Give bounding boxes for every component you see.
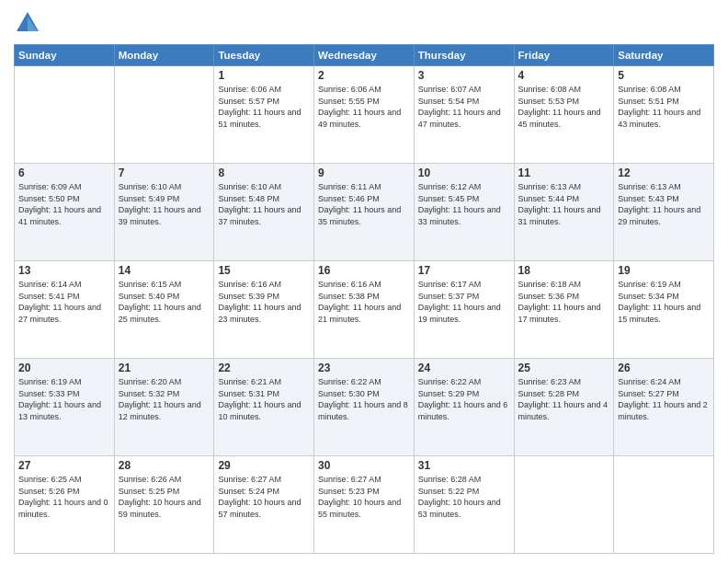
calendar-cell: 17Sunrise: 6:17 AMSunset: 5:37 PMDayligh… [414, 261, 514, 359]
day-info: Sunrise: 6:07 AMSunset: 5:54 PMDaylight:… [418, 84, 510, 130]
day-number: 23 [318, 362, 410, 374]
calendar-cell: 2Sunrise: 6:06 AMSunset: 5:55 PMDaylight… [314, 66, 415, 164]
calendar-cell: 22Sunrise: 6:21 AMSunset: 5:31 PMDayligh… [214, 359, 314, 456]
day-number: 25 [518, 362, 610, 374]
calendar-week-row: 13Sunrise: 6:14 AMSunset: 5:41 PMDayligh… [15, 261, 714, 359]
day-number: 22 [218, 362, 310, 374]
day-number: 29 [218, 459, 310, 472]
calendar-week-row: 20Sunrise: 6:19 AMSunset: 5:33 PMDayligh… [15, 359, 714, 456]
day-number: 28 [119, 459, 210, 472]
calendar-cell [614, 456, 714, 554]
day-number: 21 [119, 362, 210, 374]
calendar-table: SundayMondayTuesdayWednesdayThursdayFrid… [14, 44, 714, 554]
day-info: Sunrise: 6:17 AMSunset: 5:37 PMDaylight:… [418, 279, 510, 325]
calendar-header-row: SundayMondayTuesdayWednesdayThursdayFrid… [15, 45, 714, 66]
day-info: Sunrise: 6:06 AMSunset: 5:57 PMDaylight:… [218, 84, 310, 130]
calendar-cell: 8Sunrise: 6:10 AMSunset: 5:48 PMDaylight… [214, 164, 314, 261]
day-number: 13 [18, 264, 110, 277]
calendar-cell: 14Sunrise: 6:15 AMSunset: 5:40 PMDayligh… [114, 261, 214, 359]
day-info: Sunrise: 6:15 AMSunset: 5:40 PMDaylight:… [119, 279, 210, 325]
day-info: Sunrise: 6:23 AMSunset: 5:28 PMDaylight:… [518, 376, 610, 422]
calendar-week-row: 1Sunrise: 6:06 AMSunset: 5:57 PMDaylight… [15, 66, 714, 164]
calendar-cell: 30Sunrise: 6:27 AMSunset: 5:23 PMDayligh… [314, 456, 415, 554]
day-info: Sunrise: 6:10 AMSunset: 5:48 PMDaylight:… [218, 181, 310, 227]
day-number: 4 [518, 69, 610, 82]
logo-icon [14, 9, 41, 37]
calendar-cell: 10Sunrise: 6:12 AMSunset: 5:45 PMDayligh… [414, 164, 514, 261]
day-number: 24 [418, 362, 510, 374]
calendar-cell: 29Sunrise: 6:27 AMSunset: 5:24 PMDayligh… [214, 456, 314, 554]
day-info: Sunrise: 6:08 AMSunset: 5:51 PMDaylight:… [618, 84, 710, 130]
day-number: 8 [218, 167, 310, 179]
day-info: Sunrise: 6:09 AMSunset: 5:50 PMDaylight:… [18, 181, 110, 227]
day-number: 2 [318, 69, 410, 82]
calendar-cell [15, 66, 115, 164]
day-info: Sunrise: 6:16 AMSunset: 5:38 PMDaylight:… [318, 279, 410, 325]
day-number: 11 [518, 167, 610, 179]
day-info: Sunrise: 6:14 AMSunset: 5:41 PMDaylight:… [18, 279, 110, 325]
calendar-cell: 24Sunrise: 6:22 AMSunset: 5:29 PMDayligh… [414, 359, 514, 456]
calendar-day-header: Sunday [15, 45, 115, 66]
calendar-day-header: Monday [114, 45, 214, 66]
day-info: Sunrise: 6:13 AMSunset: 5:44 PMDaylight:… [518, 181, 610, 227]
day-number: 27 [18, 459, 110, 472]
day-number: 6 [18, 167, 110, 179]
calendar-cell: 28Sunrise: 6:26 AMSunset: 5:25 PMDayligh… [114, 456, 214, 554]
day-info: Sunrise: 6:26 AMSunset: 5:25 PMDaylight:… [119, 474, 210, 520]
calendar-cell: 31Sunrise: 6:28 AMSunset: 5:22 PMDayligh… [414, 456, 514, 554]
day-number: 31 [418, 459, 510, 472]
day-info: Sunrise: 6:24 AMSunset: 5:27 PMDaylight:… [618, 376, 710, 422]
day-info: Sunrise: 6:20 AMSunset: 5:32 PMDaylight:… [119, 376, 210, 422]
day-number: 30 [318, 459, 410, 472]
calendar-cell: 9Sunrise: 6:11 AMSunset: 5:46 PMDaylight… [314, 164, 415, 261]
day-info: Sunrise: 6:22 AMSunset: 5:30 PMDaylight:… [318, 376, 410, 422]
day-info: Sunrise: 6:08 AMSunset: 5:53 PMDaylight:… [518, 84, 610, 130]
day-number: 16 [318, 264, 410, 277]
day-info: Sunrise: 6:22 AMSunset: 5:29 PMDaylight:… [418, 376, 510, 422]
calendar-week-row: 6Sunrise: 6:09 AMSunset: 5:50 PMDaylight… [15, 164, 714, 261]
day-info: Sunrise: 6:12 AMSunset: 5:45 PMDaylight:… [418, 181, 510, 227]
day-info: Sunrise: 6:27 AMSunset: 5:23 PMDaylight:… [318, 474, 410, 520]
calendar-cell: 4Sunrise: 6:08 AMSunset: 5:53 PMDaylight… [514, 66, 614, 164]
day-info: Sunrise: 6:27 AMSunset: 5:24 PMDaylight:… [218, 474, 310, 520]
calendar-day-header: Wednesday [314, 45, 415, 66]
calendar-cell: 3Sunrise: 6:07 AMSunset: 5:54 PMDaylight… [414, 66, 514, 164]
day-number: 19 [618, 264, 710, 277]
day-info: Sunrise: 6:16 AMSunset: 5:39 PMDaylight:… [218, 279, 310, 325]
day-number: 7 [119, 167, 210, 179]
calendar-cell: 1Sunrise: 6:06 AMSunset: 5:57 PMDaylight… [214, 66, 314, 164]
calendar-cell: 23Sunrise: 6:22 AMSunset: 5:30 PMDayligh… [314, 359, 415, 456]
calendar-cell: 13Sunrise: 6:14 AMSunset: 5:41 PMDayligh… [15, 261, 115, 359]
calendar-cell: 16Sunrise: 6:16 AMSunset: 5:38 PMDayligh… [314, 261, 415, 359]
calendar-cell: 5Sunrise: 6:08 AMSunset: 5:51 PMDaylight… [614, 66, 714, 164]
day-number: 3 [418, 69, 510, 82]
header [14, 9, 714, 37]
calendar-day-header: Thursday [414, 45, 514, 66]
page: SundayMondayTuesdayWednesdayThursdayFrid… [0, 0, 728, 563]
calendar-cell: 11Sunrise: 6:13 AMSunset: 5:44 PMDayligh… [514, 164, 614, 261]
calendar-cell: 25Sunrise: 6:23 AMSunset: 5:28 PMDayligh… [514, 359, 614, 456]
day-number: 20 [18, 362, 110, 374]
day-number: 12 [618, 167, 710, 179]
day-number: 18 [518, 264, 610, 277]
calendar-cell: 27Sunrise: 6:25 AMSunset: 5:26 PMDayligh… [15, 456, 115, 554]
calendar-cell [514, 456, 614, 554]
day-info: Sunrise: 6:28 AMSunset: 5:22 PMDaylight:… [418, 474, 510, 520]
day-number: 17 [418, 264, 510, 277]
day-number: 15 [218, 264, 310, 277]
calendar-cell: 6Sunrise: 6:09 AMSunset: 5:50 PMDaylight… [15, 164, 115, 261]
calendar-cell: 15Sunrise: 6:16 AMSunset: 5:39 PMDayligh… [214, 261, 314, 359]
calendar-day-header: Saturday [614, 45, 714, 66]
day-info: Sunrise: 6:18 AMSunset: 5:36 PMDaylight:… [518, 279, 610, 325]
calendar-cell: 20Sunrise: 6:19 AMSunset: 5:33 PMDayligh… [15, 359, 115, 456]
day-info: Sunrise: 6:10 AMSunset: 5:49 PMDaylight:… [119, 181, 210, 227]
day-number: 26 [618, 362, 710, 374]
day-info: Sunrise: 6:13 AMSunset: 5:43 PMDaylight:… [618, 181, 710, 227]
calendar-cell: 12Sunrise: 6:13 AMSunset: 5:43 PMDayligh… [614, 164, 714, 261]
calendar-day-header: Tuesday [214, 45, 314, 66]
calendar-cell [114, 66, 214, 164]
calendar-cell: 26Sunrise: 6:24 AMSunset: 5:27 PMDayligh… [614, 359, 714, 456]
logo [14, 9, 45, 37]
day-info: Sunrise: 6:11 AMSunset: 5:46 PMDaylight:… [318, 181, 410, 227]
calendar-cell: 21Sunrise: 6:20 AMSunset: 5:32 PMDayligh… [114, 359, 214, 456]
